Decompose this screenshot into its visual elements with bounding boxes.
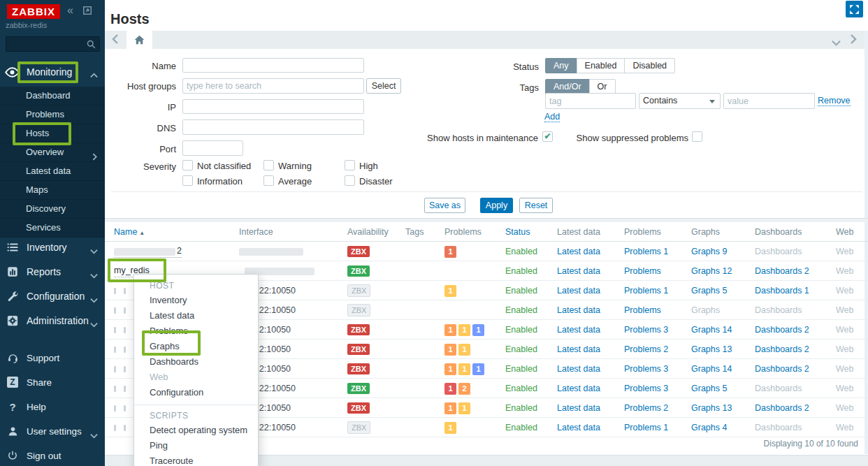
problem-badge-average[interactable]: 1 (444, 344, 456, 356)
problem-badge-disaster[interactable]: 1 (444, 383, 456, 395)
graphs-link[interactable]: Graphs 5 (691, 384, 727, 393)
graphs-link[interactable]: Graphs 9 (691, 247, 727, 256)
latest-data-link[interactable]: Latest data (557, 364, 600, 374)
severity-checkbox-information[interactable] (182, 175, 193, 186)
host-name-cell[interactable] (114, 340, 133, 359)
problems-link[interactable]: Problems 2 (624, 344, 668, 354)
severity-checkbox-not-classified[interactable] (182, 160, 193, 170)
host-name-cell[interactable] (114, 398, 133, 418)
sidebar-item-maps[interactable]: Maps (0, 181, 105, 200)
host-name-cell[interactable]: 2 (114, 242, 182, 261)
severity-checkbox-warning[interactable] (263, 160, 274, 170)
sidebar-item-support[interactable]: Support (0, 349, 105, 367)
status-enabled-link[interactable]: Enabled (505, 384, 537, 393)
host-name-cell[interactable] (114, 418, 133, 437)
graphs-link[interactable]: Graphs 4 (691, 423, 727, 432)
problem-badge-warning[interactable]: 1 (444, 422, 456, 434)
menu-item-detect-operating-system[interactable]: Detect operating system (134, 423, 258, 438)
sidebar-item-configuration[interactable]: Configuration (0, 284, 105, 308)
menu-item-dashboards[interactable]: Dashboards (134, 354, 258, 370)
menu-item-configuration[interactable]: Configuration (134, 385, 258, 400)
sidebar-item-dashboard[interactable]: Dashboard (0, 87, 105, 105)
add-tag-link[interactable]: Add (544, 112, 560, 122)
host-groups-input[interactable] (182, 78, 364, 94)
sidebar-item-share[interactable]: ZShare (0, 373, 105, 392)
latest-data-link[interactable]: Latest data (557, 286, 600, 296)
host-name-cell[interactable] (114, 379, 133, 398)
latest-data-link[interactable]: Latest data (557, 344, 600, 354)
tags-option-or[interactable]: Or (589, 79, 616, 94)
sidebar-item-help[interactable]: ?Help (0, 398, 105, 416)
status-enabled-link[interactable]: Enabled (505, 286, 537, 296)
graphs-link[interactable]: Graphs 13 (691, 403, 732, 413)
tags-option-and-or[interactable]: And/Or (545, 79, 590, 94)
problem-badge-info[interactable]: 1 (472, 324, 484, 336)
tab-scroll-left-icon[interactable] (112, 34, 118, 47)
problems-link[interactable]: Problems 1 (624, 286, 668, 296)
host-name-cell[interactable] (114, 359, 133, 379)
menu-item-traceroute[interactable]: Traceroute (134, 453, 258, 466)
problems-link[interactable]: Problems (624, 266, 661, 276)
status-enabled-link[interactable]: Enabled (505, 423, 537, 432)
tag-operator-select[interactable]: Contains (639, 93, 721, 109)
problems-link[interactable]: Problems 3 (624, 364, 668, 374)
severity-checkbox-average[interactable] (263, 175, 274, 186)
problem-badge-info[interactable]: 1 (472, 363, 484, 375)
sidebar-collapse-icon[interactable]: « (67, 3, 73, 17)
problem-badge-average[interactable]: 1 (444, 363, 456, 375)
column-header-status[interactable]: Status (505, 227, 530, 237)
host-name-link[interactable]: 2 (114, 246, 182, 258)
status-enabled-link[interactable]: Enabled (505, 364, 537, 374)
menu-item-ping[interactable]: Ping (134, 438, 258, 453)
dashboards-link[interactable]: Dashboards 1 (755, 286, 809, 296)
status-enabled-link[interactable]: Enabled (505, 247, 537, 256)
sidebar-item-reports[interactable]: Reports (0, 260, 105, 284)
tag-name-input[interactable] (545, 93, 636, 109)
sidebar-item-sign-out[interactable]: Sign out (0, 446, 105, 465)
graphs-link[interactable]: Graphs 13 (691, 344, 732, 354)
problem-badge-average[interactable]: 1 (444, 402, 456, 414)
host-name-cell[interactable] (114, 281, 133, 300)
problem-badge-warning[interactable]: 1 (444, 285, 456, 297)
menu-item-inventory[interactable]: Inventory (134, 293, 258, 308)
status-enabled-link[interactable]: Enabled (505, 344, 537, 354)
sidebar-item-monitoring[interactable]: Monitoring (0, 60, 105, 84)
status-enabled-link[interactable]: Enabled (505, 266, 537, 276)
sidebar-item-discovery[interactable]: Discovery (0, 200, 105, 219)
sidebar-item-hosts[interactable]: Hosts (0, 124, 105, 143)
maintenance-checkbox[interactable]: ✔ (542, 131, 553, 142)
sidebar-item-inventory[interactable]: Inventory (0, 235, 105, 259)
menu-item-problems[interactable]: Problems (134, 323, 258, 339)
sidebar-item-administration[interactable]: Administration (0, 309, 105, 333)
problem-badge-warning[interactable]: 1 (458, 363, 470, 375)
sidebar-item-overview[interactable]: Overview (0, 143, 105, 162)
latest-data-link[interactable]: Latest data (557, 305, 600, 315)
menu-item-latest-data[interactable]: Latest data (134, 308, 258, 323)
severity-checkbox-high[interactable] (345, 160, 355, 170)
status-option-disabled[interactable]: Disabled (624, 58, 675, 73)
status-enabled-link[interactable]: Enabled (505, 403, 537, 413)
status-enabled-link[interactable]: Enabled (505, 305, 537, 315)
sidebar-search[interactable] (6, 36, 100, 52)
problems-link[interactable]: Problems 3 (624, 325, 668, 335)
status-option-any[interactable]: Any (545, 58, 577, 73)
suppressed-checkbox[interactable] (692, 131, 702, 142)
graphs-link[interactable]: Graphs 5 (691, 286, 727, 296)
graphs-link[interactable]: Graphs 14 (691, 364, 732, 374)
tab-scroll-right-icon[interactable] (851, 34, 857, 47)
latest-data-link[interactable]: Latest data (557, 325, 600, 335)
zabbix-logo[interactable]: ZABBIX (7, 4, 60, 19)
dashboards-link[interactable]: Dashboards 2 (755, 344, 809, 354)
problem-badge-warning[interactable]: 1 (458, 324, 470, 336)
sidebar-item-services[interactable]: Services (0, 219, 105, 238)
sidebar-search-input[interactable] (9, 38, 85, 50)
dashboards-link[interactable]: Dashboards 2 (755, 325, 809, 335)
sidebar-item-latest-data[interactable]: Latest data (0, 162, 105, 181)
sidebar-item-problems[interactable]: Problems (0, 105, 105, 124)
ip-input[interactable] (182, 99, 364, 114)
column-header-name[interactable]: Name▲ (114, 227, 145, 237)
host-name-cell[interactable] (114, 320, 133, 340)
problems-link[interactable]: Problems 2 (624, 403, 668, 413)
name-filter-input[interactable] (182, 58, 364, 73)
problem-badge-warning[interactable]: 1 (458, 344, 470, 356)
